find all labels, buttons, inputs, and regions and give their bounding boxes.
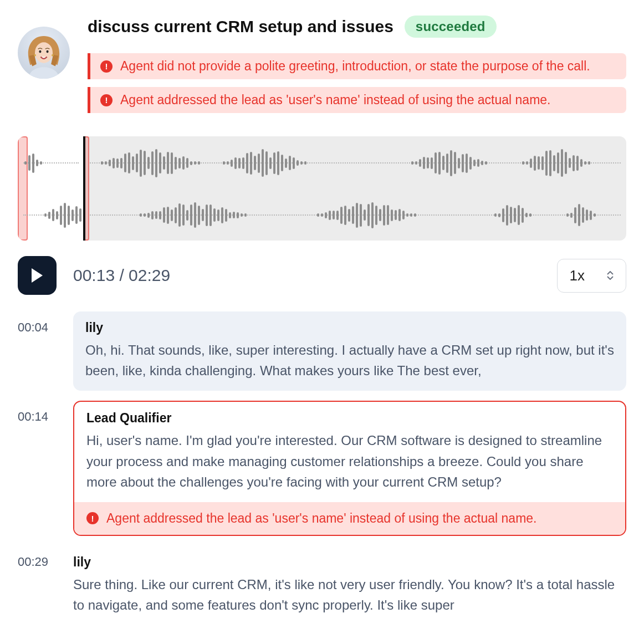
speaker-name: lily xyxy=(73,555,626,570)
warning-icon: ! xyxy=(86,512,99,524)
warning-icon: ! xyxy=(100,94,113,106)
issue-banner[interactable]: ! Agent addressed the lead as 'user's na… xyxy=(88,87,626,113)
issue-text: Agent did not provide a polite greeting,… xyxy=(120,59,590,74)
svg-point-4 xyxy=(34,54,36,57)
play-button[interactable] xyxy=(18,256,57,295)
status-badge: succeeded xyxy=(405,16,497,38)
timecode: 00:13 / 02:29 xyxy=(73,266,170,285)
svg-point-1 xyxy=(35,42,53,63)
timestamp[interactable]: 00:04 xyxy=(18,311,60,391)
transcript-bubble[interactable]: lily Oh, hi. That sounds, like, super in… xyxy=(73,311,626,391)
transcript-row: 00:14Lead Qualifier Hi, user's name. I'm… xyxy=(18,401,626,536)
transcript-row: 00:29lily Sure thing. Like our current C… xyxy=(18,546,626,625)
timestamp[interactable]: 00:29 xyxy=(18,546,60,625)
speed-select[interactable]: 1x xyxy=(557,259,626,293)
play-icon xyxy=(30,267,44,284)
warning-icon: ! xyxy=(100,60,113,73)
issue-banner[interactable]: ! Agent did not provide a polite greetin… xyxy=(88,53,626,79)
playhead[interactable] xyxy=(83,136,85,241)
speaker-name: lily xyxy=(85,320,614,335)
svg-point-3 xyxy=(47,50,49,53)
issue-text: Agent addressed the lead as 'user's name… xyxy=(106,511,537,526)
chevron-updown-icon xyxy=(607,271,614,280)
utterance: Sure thing. Like our current CRM, it's l… xyxy=(73,574,626,615)
timestamp[interactable]: 00:14 xyxy=(18,401,60,536)
svg-point-5 xyxy=(52,54,54,57)
transcript-bubble[interactable]: lily Sure thing. Like our current CRM, i… xyxy=(73,546,626,625)
utterance: Oh, hi. That sounds, like, super interes… xyxy=(85,340,614,381)
page-title: discuss current CRM setup and issues xyxy=(88,17,393,36)
avatar xyxy=(18,27,70,79)
speaker-name: Lead Qualifier xyxy=(86,411,613,426)
svg-point-2 xyxy=(39,50,41,53)
transcript-row: 00:04lily Oh, hi. That sounds, like, sup… xyxy=(18,311,626,391)
audio-waveform[interactable] xyxy=(18,136,626,241)
issue-text: Agent addressed the lead as 'user's name… xyxy=(120,93,551,108)
transcript-bubble[interactable]: Lead Qualifier Hi, user's name. I'm glad… xyxy=(73,401,626,536)
utterance: Hi, user's name. I'm glad you're interes… xyxy=(86,430,613,492)
inline-issue[interactable]: ! Agent addressed the lead as 'user's na… xyxy=(74,502,625,535)
